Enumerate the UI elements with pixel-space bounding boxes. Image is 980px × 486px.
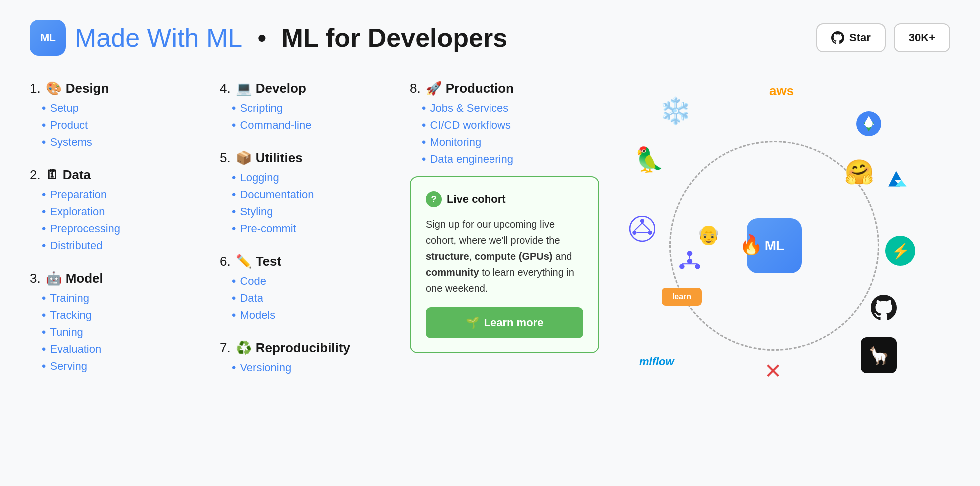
list-item[interactable]: Preparation [42, 188, 200, 202]
learn-more-button[interactable]: 🌱 Learn more [426, 308, 583, 338]
link-code[interactable]: Code [240, 275, 266, 288]
link-data-engineering[interactable]: Data engineering [430, 153, 513, 166]
list-item[interactable]: Pre-commit [232, 222, 390, 236]
person-logo: 👴 [697, 224, 720, 246]
section-model-icon: 🤖 [46, 271, 62, 286]
cohort-card: ? Live cohort Sign up for our upcoming l… [410, 176, 599, 354]
section-design-num: 1. [30, 81, 41, 96]
section-production-title: Production [446, 81, 514, 96]
column-4-diagram: ML aws ❄️ 🦜 [619, 81, 950, 466]
cohort-bold-structure: structure [426, 251, 469, 262]
section-develop-list: Scripting Command-line [220, 102, 390, 132]
section-design-header: 1. 🎨 Design [30, 81, 200, 96]
list-item[interactable]: Models [232, 308, 390, 322]
link-versioning[interactable]: Versioning [240, 362, 291, 374]
cohort-bold-compute: compute (GPUs) [475, 251, 553, 262]
list-item[interactable]: Logging [232, 171, 390, 185]
svg-point-13 [695, 264, 700, 269]
link-logging[interactable]: Logging [240, 172, 279, 184]
list-item[interactable]: Evaluation [42, 342, 200, 356]
link-monitoring[interactable]: Monitoring [430, 136, 481, 149]
link-systems[interactable]: Systems [50, 136, 92, 149]
list-item[interactable]: Tuning [42, 326, 200, 340]
section-develop-icon: 💻 [236, 81, 252, 96]
list-item[interactable]: Data [232, 292, 390, 306]
link-jobs-services[interactable]: Jobs & Services [430, 102, 508, 115]
mlflow-logo: mlflow [639, 356, 674, 368]
link-commandline[interactable]: Command-line [240, 119, 311, 132]
gcp-logo [853, 108, 884, 140]
airbyte-logo [627, 214, 658, 244]
link-data[interactable]: Data [240, 292, 263, 305]
pytest-logo: ✕ [764, 359, 782, 384]
list-item[interactable]: Styling [232, 205, 390, 219]
section-reproducibility: 7. ♻️ Reproducibility Versioning [220, 340, 390, 375]
column-2: 4. 💻 Develop Scripting Command-line 5. 📦… [220, 81, 410, 466]
cohort-icon: ? [426, 192, 442, 208]
list-item[interactable]: Exploration [42, 205, 200, 219]
section-data-num: 2. [30, 168, 41, 183]
svg-line-8 [642, 224, 650, 231]
section-data: 2. 🗓 Data Preparation Exploration Prepro… [30, 168, 200, 253]
section-test-num: 6. [220, 254, 231, 270]
list-item[interactable]: Preprocessing [42, 222, 200, 236]
link-training[interactable]: Training [50, 292, 89, 305]
link-exploration[interactable]: Exploration [50, 206, 105, 218]
list-item[interactable]: Documentation [232, 188, 390, 202]
star-count-button[interactable]: 30K+ [894, 24, 950, 52]
section-test-icon: ✏️ [236, 254, 252, 270]
section-data-icon: 🗓 [46, 168, 59, 183]
link-scripting[interactable]: Scripting [240, 102, 283, 115]
sklearn-logo: learn [662, 288, 702, 306]
list-item[interactable]: Distributed [42, 239, 200, 253]
list-item[interactable]: Product [42, 118, 200, 132]
list-item[interactable]: Code [232, 274, 390, 288]
section-data-title: Data [63, 168, 91, 183]
link-preprocessing[interactable]: Preprocessing [50, 222, 120, 236]
link-styling[interactable]: Styling [240, 206, 273, 218]
header-buttons: Star 30K+ [816, 24, 950, 52]
huggingface-logo: 🤗 [844, 158, 874, 186]
section-production-header: 8. 🚀 Production [410, 81, 599, 96]
list-item[interactable]: Setup [42, 102, 200, 116]
list-item[interactable]: Scripting [232, 102, 390, 116]
link-precommit[interactable]: Pre-commit [240, 222, 296, 236]
link-distributed[interactable]: Distributed [50, 240, 102, 252]
section-develop-title: Develop [256, 81, 306, 96]
github-icon [831, 32, 844, 44]
list-item[interactable]: Command-line [232, 118, 390, 132]
star-button[interactable]: Star [816, 24, 886, 52]
list-item[interactable]: Tracking [42, 308, 200, 322]
svg-point-6 [648, 231, 652, 235]
link-preparation[interactable]: Preparation [50, 188, 107, 202]
list-item[interactable]: Versioning [232, 361, 390, 375]
section-reproducibility-header: 7. ♻️ Reproducibility [220, 340, 390, 356]
section-reproducibility-list: Versioning [220, 361, 390, 375]
link-setup[interactable]: Setup [50, 102, 79, 115]
list-item[interactable]: CI/CD workflows [422, 118, 599, 132]
column-1: 1. 🎨 Design Setup Product Systems 2. 🗓 D… [30, 81, 220, 466]
link-tracking[interactable]: Tracking [50, 309, 92, 322]
link-serving[interactable]: Serving [50, 360, 87, 373]
aws-logo: aws [769, 84, 794, 99]
list-item[interactable]: Serving [42, 360, 200, 374]
link-cicd[interactable]: CI/CD workflows [430, 119, 511, 132]
list-item[interactable]: Jobs & Services [422, 102, 599, 116]
list-item[interactable]: Data engineering [422, 152, 599, 166]
section-develop: 4. 💻 Develop Scripting Command-line [220, 81, 390, 132]
section-reproducibility-num: 7. [220, 340, 231, 356]
section-utilities: 5. 📦 Utilities Logging Documentation Sty… [220, 150, 390, 236]
snowflake-logo: ❄️ [659, 96, 692, 126]
link-tuning[interactable]: Tuning [50, 326, 83, 339]
link-evaluation[interactable]: Evaluation [50, 343, 101, 356]
section-design: 1. 🎨 Design Setup Product Systems [30, 81, 200, 150]
link-documentation[interactable]: Documentation [240, 188, 314, 202]
section-develop-num: 4. [220, 81, 231, 96]
list-item[interactable]: Training [42, 292, 200, 306]
list-item[interactable]: Systems [42, 136, 200, 150]
link-product[interactable]: Product [50, 119, 88, 132]
section-model-num: 3. [30, 271, 41, 286]
list-item[interactable]: Monitoring [422, 136, 599, 150]
section-data-header: 2. 🗓 Data [30, 168, 200, 183]
link-models[interactable]: Models [240, 309, 275, 322]
